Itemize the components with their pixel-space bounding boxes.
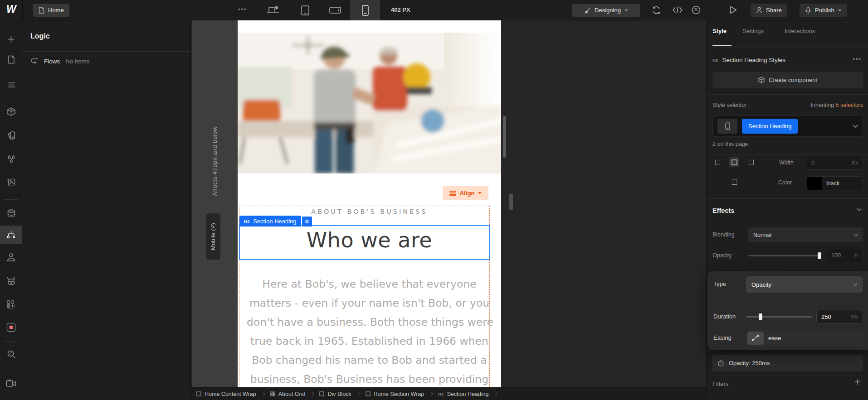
- breadcrumb-item-current[interactable]: H2 Section Heading: [436, 391, 490, 397]
- canvas-scrollbar[interactable]: [503, 116, 506, 158]
- tab-interactions[interactable]: Interactions: [785, 28, 815, 34]
- border-bottom-icon[interactable]: [729, 177, 739, 187]
- breakpoint-name-badge[interactable]: Mobile (P): [206, 213, 220, 260]
- style-selector-field[interactable]: Section Heading: [712, 116, 863, 137]
- breadcrumb-item[interactable]: Home Content Wrap: [195, 391, 258, 397]
- mode-dropdown[interactable]: Designing: [572, 4, 640, 17]
- transition-list-item[interactable]: Opacity: 250ms: [712, 355, 863, 371]
- align-dropdown-button[interactable]: Align: [443, 186, 488, 200]
- border-all-icon[interactable]: [729, 157, 739, 167]
- add-elements-icon[interactable]: [0, 30, 22, 48]
- divider: [22, 51, 190, 52]
- opacity-slider[interactable]: [748, 255, 821, 256]
- style-selector-label: Style selector: [712, 102, 746, 108]
- transition-type-select[interactable]: Opacity: [746, 276, 863, 293]
- video-tutorials-icon[interactable]: [0, 374, 22, 392]
- chevron-down-icon[interactable]: [853, 125, 858, 128]
- element-badge-label[interactable]: H2 Section Heading: [239, 216, 301, 227]
- ecommerce-icon[interactable]: [0, 272, 22, 290]
- border-color-input[interactable]: black: [807, 176, 863, 190]
- preview-play-icon[interactable]: [729, 5, 737, 14]
- page-select-button[interactable]: Home: [33, 4, 69, 17]
- assets-icon[interactable]: [0, 173, 22, 191]
- code-icon[interactable]: [673, 6, 683, 14]
- h2-tag-icon: H2: [244, 219, 250, 224]
- breakpoint-phone-landscape-icon[interactable]: [329, 7, 341, 14]
- design-canvas: Affects 479px and below Mobile (P): [191, 20, 706, 387]
- border-width-input[interactable]: 0 PX: [807, 156, 863, 170]
- apps-icon[interactable]: [0, 295, 22, 313]
- search-icon[interactable]: [0, 345, 22, 363]
- section-eyebrow-text[interactable]: ABOUT BOB'S BUSINESS: [238, 208, 501, 215]
- style-title-row: H2 Section Heading Styles: [712, 57, 785, 63]
- tab-style[interactable]: Style: [712, 28, 727, 34]
- pages-icon[interactable]: [0, 50, 22, 68]
- cms-icon[interactable]: [0, 204, 22, 222]
- easing-select[interactable]: ease: [746, 330, 863, 346]
- duration-slider-thumb[interactable]: [759, 313, 762, 320]
- top-bar: W Home ••• 402 PX Designing: [0, 0, 868, 20]
- add-filter-icon[interactable]: [854, 379, 861, 385]
- selected-element-badge[interactable]: H2 Section Heading ⚙: [239, 216, 312, 227]
- box-icon: [319, 391, 324, 396]
- breadcrumb-item[interactable]: About Grid: [268, 391, 307, 397]
- breakpoint-phone-portrait-active[interactable]: [350, 0, 380, 20]
- more-options-icon[interactable]: •••: [853, 56, 862, 63]
- color-label: Color: [778, 179, 792, 186]
- breadcrumb-item[interactable]: Home Section Wrap: [364, 391, 426, 397]
- share-button[interactable]: Share: [751, 4, 787, 17]
- libraries-icon[interactable]: [0, 126, 22, 145]
- grid-icon: [270, 391, 275, 396]
- page-icon: [39, 7, 44, 14]
- section-heading-text[interactable]: Who we are: [238, 228, 501, 252]
- border-left-icon[interactable]: [712, 157, 722, 167]
- type-label: Type: [713, 280, 726, 287]
- components-icon[interactable]: [0, 102, 22, 120]
- page-viewport: Align ABOUT BOB'S BUSINESS H2 Section He…: [238, 20, 501, 387]
- stopwatch-icon: [718, 360, 724, 366]
- blending-select[interactable]: Normal: [748, 227, 863, 242]
- width-label: Width: [779, 159, 794, 166]
- bezier-curve-icon[interactable]: [747, 332, 764, 345]
- publish-button[interactable]: Publish: [800, 4, 847, 17]
- record-icon[interactable]: [0, 318, 22, 336]
- hero-image[interactable]: [238, 33, 501, 173]
- more-breakpoints-icon[interactable]: •••: [238, 6, 247, 13]
- rocket-icon: [805, 7, 811, 14]
- flows-row[interactable]: Flows No items: [30, 58, 90, 65]
- divider: [707, 94, 868, 95]
- opacity-slider-thumb[interactable]: [818, 252, 821, 259]
- breakpoint-tablet-icon[interactable]: [300, 5, 310, 16]
- transition-editor-popover: Type Opacity Duration 250 MS Easing ease: [707, 271, 868, 350]
- selector-pill[interactable]: Section Heading: [742, 119, 798, 134]
- border-right-icon[interactable]: [746, 157, 756, 167]
- tab-settings[interactable]: Settings: [742, 28, 764, 34]
- breadcrumb-item[interactable]: Div Block: [317, 391, 353, 397]
- flows-empty-label: No items: [65, 58, 89, 65]
- breakpoint-affects-label: Affects 479px and below: [208, 116, 221, 207]
- comments-icon[interactable]: [692, 5, 701, 14]
- breakpoint-phone-chip[interactable]: [717, 119, 737, 134]
- logic-icon-active[interactable]: [0, 226, 22, 244]
- color-swatch[interactable]: [807, 177, 822, 190]
- duration-input[interactable]: 250 MS: [816, 310, 863, 323]
- users-icon[interactable]: [0, 248, 22, 266]
- breakpoint-desktop-icon[interactable]: [267, 5, 280, 15]
- inheriting-info[interactable]: Inheriting 5 selectors: [811, 102, 863, 108]
- duration-slider[interactable]: [746, 316, 813, 318]
- sync-icon[interactable]: [652, 5, 661, 15]
- navigator-icon[interactable]: [0, 76, 22, 94]
- breadcrumb-separator: [493, 392, 498, 396]
- webflow-logo-icon[interactable]: W: [6, 3, 15, 15]
- publish-label: Publish: [815, 7, 834, 14]
- style-panel: Style Settings Interactions H2 Section H…: [706, 20, 868, 400]
- logic-panel-title: Logic: [30, 32, 50, 40]
- chevron-down-icon[interactable]: [857, 208, 862, 211]
- left-toolbar: [0, 20, 22, 400]
- opacity-input[interactable]: 100 %: [827, 249, 863, 262]
- element-settings-gear-icon[interactable]: ⚙: [302, 217, 312, 227]
- variables-icon[interactable]: [0, 150, 22, 168]
- canvas-resize-handle[interactable]: [509, 193, 513, 210]
- create-component-button[interactable]: Create component: [712, 72, 863, 88]
- section-paragraph[interactable]: Here at Bob's, we believe that everyone …: [247, 275, 492, 387]
